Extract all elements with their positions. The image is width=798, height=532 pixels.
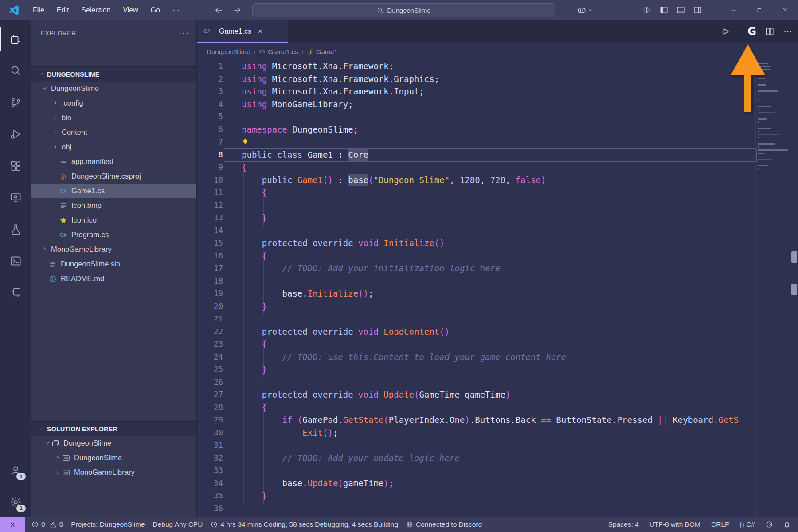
code-line-8[interactable]: 8public class Game1 : Core <box>196 149 798 161</box>
status-eol[interactable]: CRLF <box>707 517 733 532</box>
tab-close-icon[interactable]: × <box>258 27 262 36</box>
menu-view[interactable]: View <box>117 0 144 20</box>
line-number[interactable]: 32 <box>196 452 223 465</box>
code-line-20[interactable]: 20 } <box>196 300 798 313</box>
code-line-12[interactable]: 12 <box>196 199 798 212</box>
tab-game1-cs[interactable]: C# Game1.cs × <box>196 20 288 43</box>
menu-[interactable]: ··· <box>166 0 186 20</box>
status-indentation[interactable]: Spaces: 4 <box>604 517 643 532</box>
code-line-24[interactable]: 24 // TODO: use this.Content to load you… <box>196 351 798 364</box>
section-solution-explorer[interactable]: SOLUTION EXPLORER <box>31 421 196 436</box>
line-number[interactable]: 4 <box>196 98 223 111</box>
explorer-icon[interactable] <box>0 27 31 51</box>
line-number[interactable]: 17 <box>196 262 223 275</box>
tree-item-app-manifest[interactable]: app.manifest <box>31 154 196 169</box>
line-number[interactable]: 29 <box>196 414 223 426</box>
code-line-1[interactable]: 1using Microsoft.Xna.Framework; <box>196 60 798 73</box>
code-line-5[interactable]: 5 <box>196 110 798 123</box>
line-number[interactable]: 26 <box>196 376 223 389</box>
code-line-14[interactable]: 14 <box>196 224 798 237</box>
line-number[interactable]: 28 <box>196 401 223 414</box>
accounts-icon[interactable]: 1 <box>0 459 31 482</box>
code-line-11[interactable]: 11 { <box>196 186 798 199</box>
code-line-35[interactable]: 35 } <box>196 489 798 502</box>
tree-item--config[interactable]: .config <box>31 96 196 110</box>
menu-edit[interactable]: Edit <box>51 0 75 20</box>
line-number[interactable]: 20 <box>196 300 223 313</box>
tree-item-icon-bmp[interactable]: Icon.bmp <box>31 198 196 213</box>
code-line-23[interactable]: 23 { <box>196 338 798 351</box>
explorer-more-actions[interactable]: ··· <box>179 29 189 38</box>
code-line-18[interactable]: 18 <box>196 275 798 288</box>
line-number[interactable]: 11 <box>196 186 223 199</box>
line-number[interactable]: 33 <box>196 464 223 477</box>
line-number[interactable]: 25 <box>196 363 223 376</box>
monogame-button[interactable]: G <box>747 26 756 37</box>
breadcrumb-game1[interactable]: Game1 <box>307 48 338 55</box>
menu-selection[interactable]: Selection <box>75 0 117 20</box>
line-number[interactable]: 21 <box>196 313 223 325</box>
line-number[interactable]: 34 <box>196 477 223 490</box>
line-number[interactable]: 19 <box>196 287 223 300</box>
breadcrumb-dungeonslime[interactable]: DungeonSlime <box>207 48 250 55</box>
code-line-32[interactable]: 32 // TODO: Add your update logic here <box>196 452 798 465</box>
terminal-panel-icon[interactable] <box>0 250 31 273</box>
tree-item-bin[interactable]: bin <box>31 110 196 125</box>
back-icon[interactable] <box>214 6 223 15</box>
status-projects[interactable]: Projects: DungeonSlime <box>67 517 149 532</box>
code-line-3[interactable]: 3using Microsoft.Xna.Framework.Input; <box>196 85 798 98</box>
code-line-10[interactable]: 10 public Game1() : base("Dungeon Slime"… <box>196 174 798 187</box>
menu-go[interactable]: Go <box>145 0 166 20</box>
customize-layout-icon[interactable] <box>642 5 652 15</box>
tree-item-monogamelibrary[interactable]: C#MonoGameLibrary <box>31 465 196 480</box>
code-line-29[interactable]: 29 if (GamePad.GetState(PlayerIndex.One)… <box>196 414 798 426</box>
code-line-26[interactable]: 26 <box>196 376 798 389</box>
line-number[interactable]: 1 <box>196 60 223 73</box>
minimize-button[interactable] <box>721 0 747 20</box>
code-line-36[interactable]: 36 <box>196 502 798 515</box>
close-button[interactable] <box>772 0 798 20</box>
code-line-13[interactable]: 13 } <box>196 211 798 224</box>
toggle-panel-icon[interactable] <box>676 5 685 15</box>
tree-item-icon-ico[interactable]: Icon.ico <box>31 213 196 227</box>
line-number[interactable]: 7 <box>196 136 223 149</box>
code-line-25[interactable]: 25 } <box>196 363 798 376</box>
tree-item-dungeonslime-sln[interactable]: DungeonSlime.sln <box>31 257 196 271</box>
tree-item-game1-cs[interactable]: C#Game1.cs <box>31 184 196 198</box>
tree-item-program-cs[interactable]: C#Program.cs <box>31 227 196 242</box>
line-number[interactable]: 27 <box>196 388 223 401</box>
layers-icon[interactable] <box>0 281 31 304</box>
line-number[interactable]: 9 <box>196 161 223 174</box>
section-workspace[interactable]: DUNGEONSLIME <box>31 66 196 82</box>
code-line-34[interactable]: 34 base.Update(gameTime); <box>196 477 798 490</box>
line-number[interactable]: 6 <box>196 123 223 136</box>
code-line-28[interactable]: 28 { <box>196 401 798 414</box>
lightbulb-icon[interactable] <box>242 138 249 146</box>
code-line-31[interactable]: 31 <box>196 439 798 452</box>
menu-file[interactable]: File <box>27 0 51 20</box>
line-number[interactable]: 18 <box>196 275 223 288</box>
run-button[interactable] <box>720 27 730 36</box>
status-problems[interactable]: 00 <box>27 517 67 532</box>
status-notifications[interactable] <box>779 517 794 532</box>
tree-item-dungeonslime[interactable]: C#DungeonSlime <box>31 450 196 465</box>
more-button[interactable] <box>783 27 793 36</box>
line-number[interactable]: 15 <box>196 237 223 250</box>
status-discord[interactable]: Connected to Discord <box>402 517 486 532</box>
line-number[interactable]: 2 <box>196 73 223 86</box>
line-number[interactable]: 31 <box>196 439 223 452</box>
status-encoding[interactable]: UTF-8 with BOM <box>645 517 704 532</box>
line-number[interactable]: 22 <box>196 325 223 338</box>
line-number[interactable]: 10 <box>196 174 223 187</box>
line-number[interactable]: 24 <box>196 351 223 364</box>
maximize-button[interactable] <box>747 0 772 20</box>
code-line-15[interactable]: 15 protected override void Initialize() <box>196 237 798 250</box>
code-line-21[interactable]: 21 <box>196 313 798 325</box>
split-editor-button[interactable] <box>765 27 775 36</box>
testing-icon[interactable] <box>0 218 31 241</box>
forward-icon[interactable] <box>233 6 242 15</box>
code-line-33[interactable]: 33 <box>196 464 798 477</box>
status-time-tracker[interactable]: 4 hrs 34 mins Coding, 58 secs Debugging,… <box>207 517 402 532</box>
code-line-2[interactable]: 2using Microsoft.Xna.Framework.Graphics; <box>196 73 798 86</box>
line-number[interactable]: 5 <box>196 110 223 123</box>
